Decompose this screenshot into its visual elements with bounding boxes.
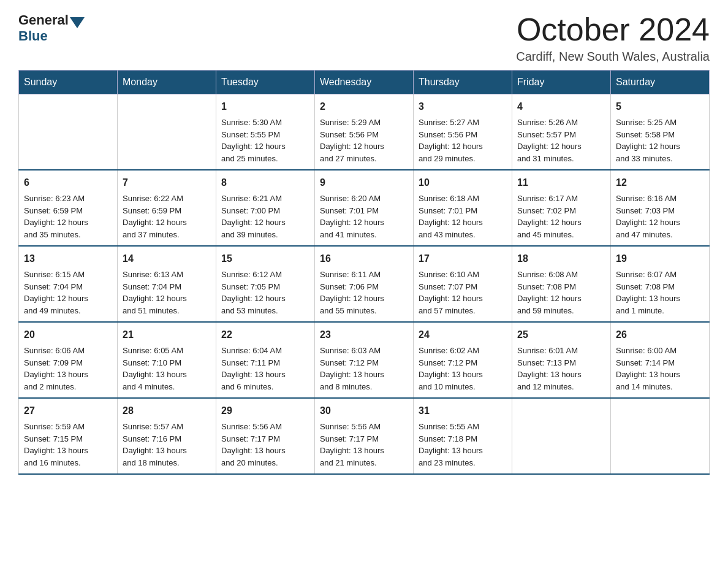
day-of-week-header: Sunday (19, 71, 118, 94)
calendar-day-cell: 7Sunrise: 6:22 AM Sunset: 6:59 PM Daylig… (118, 170, 216, 246)
day-info: Sunrise: 5:27 AM Sunset: 5:56 PM Dayligh… (419, 118, 483, 163)
calendar-day-cell: 6Sunrise: 6:23 AM Sunset: 6:59 PM Daylig… (19, 170, 118, 246)
day-number: 1 (221, 99, 309, 114)
day-number: 5 (616, 99, 704, 114)
day-info: Sunrise: 5:57 AM Sunset: 7:16 PM Dayligh… (123, 422, 187, 467)
calendar-week-row: 27Sunrise: 5:59 AM Sunset: 7:15 PM Dayli… (19, 398, 710, 474)
day-info: Sunrise: 6:11 AM Sunset: 7:06 PM Dayligh… (320, 270, 384, 315)
day-number: 19 (616, 251, 704, 266)
day-number: 23 (320, 327, 408, 342)
day-info: Sunrise: 6:15 AM Sunset: 7:04 PM Dayligh… (24, 270, 88, 315)
day-info: Sunrise: 5:25 AM Sunset: 5:58 PM Dayligh… (616, 118, 680, 163)
day-info: Sunrise: 6:22 AM Sunset: 6:59 PM Dayligh… (123, 194, 187, 239)
day-number: 27 (24, 404, 112, 418)
calendar-day-cell: 30Sunrise: 5:56 AM Sunset: 7:17 PM Dayli… (315, 398, 414, 474)
calendar-day-cell (512, 398, 611, 474)
day-info: Sunrise: 6:05 AM Sunset: 7:10 PM Dayligh… (123, 346, 187, 391)
calendar-day-cell: 2Sunrise: 5:29 AM Sunset: 5:56 PM Daylig… (315, 94, 414, 170)
day-info: Sunrise: 6:08 AM Sunset: 7:08 PM Dayligh… (517, 270, 582, 315)
calendar-day-cell: 1Sunrise: 5:30 AM Sunset: 5:55 PM Daylig… (216, 94, 315, 170)
day-info: Sunrise: 6:21 AM Sunset: 7:00 PM Dayligh… (221, 194, 286, 239)
day-number: 13 (24, 251, 112, 266)
calendar-day-cell: 15Sunrise: 6:12 AM Sunset: 7:05 PM Dayli… (216, 246, 315, 322)
calendar-day-cell: 22Sunrise: 6:04 AM Sunset: 7:11 PM Dayli… (216, 322, 315, 398)
day-info: Sunrise: 5:29 AM Sunset: 5:56 PM Dayligh… (320, 118, 384, 163)
day-number: 9 (320, 175, 408, 190)
calendar-table: SundayMondayTuesdayWednesdayThursdayFrid… (18, 70, 710, 475)
calendar-day-cell: 5Sunrise: 5:25 AM Sunset: 5:58 PM Daylig… (611, 94, 710, 170)
calendar-week-row: 6Sunrise: 6:23 AM Sunset: 6:59 PM Daylig… (19, 170, 710, 246)
calendar-day-cell: 10Sunrise: 6:18 AM Sunset: 7:01 PM Dayli… (414, 170, 512, 246)
day-number: 10 (419, 175, 507, 190)
day-info: Sunrise: 5:56 AM Sunset: 7:17 PM Dayligh… (221, 422, 286, 467)
day-info: Sunrise: 6:23 AM Sunset: 6:59 PM Dayligh… (24, 194, 88, 239)
logo-general-text: General (18, 12, 69, 28)
day-info: Sunrise: 6:20 AM Sunset: 7:01 PM Dayligh… (320, 194, 384, 239)
location-title: Cardiff, New South Wales, Australia (516, 50, 710, 64)
calendar-day-cell: 25Sunrise: 6:01 AM Sunset: 7:13 PM Dayli… (512, 322, 611, 398)
day-number: 17 (419, 251, 507, 266)
day-info: Sunrise: 6:13 AM Sunset: 7:04 PM Dayligh… (123, 270, 187, 315)
day-info: Sunrise: 6:04 AM Sunset: 7:11 PM Dayligh… (221, 346, 286, 391)
day-number: 29 (221, 404, 309, 418)
day-number: 3 (419, 99, 507, 114)
month-title: October 2024 (516, 12, 710, 47)
day-number: 30 (320, 404, 408, 418)
day-number: 28 (123, 404, 211, 418)
day-number: 6 (24, 175, 112, 190)
day-number: 15 (221, 251, 309, 266)
day-number: 11 (517, 175, 605, 190)
day-number: 24 (419, 327, 507, 342)
day-number: 4 (517, 99, 605, 114)
calendar-day-cell: 13Sunrise: 6:15 AM Sunset: 7:04 PM Dayli… (19, 246, 118, 322)
calendar-day-cell: 24Sunrise: 6:02 AM Sunset: 7:12 PM Dayli… (414, 322, 512, 398)
calendar-day-cell: 11Sunrise: 6:17 AM Sunset: 7:02 PM Dayli… (512, 170, 611, 246)
calendar-day-cell: 12Sunrise: 6:16 AM Sunset: 7:03 PM Dayli… (611, 170, 710, 246)
day-number: 18 (517, 251, 605, 266)
logo-blue-text: Blue (18, 28, 85, 44)
calendar-day-cell: 16Sunrise: 6:11 AM Sunset: 7:06 PM Dayli… (315, 246, 414, 322)
calendar-day-cell: 31Sunrise: 5:55 AM Sunset: 7:18 PM Dayli… (414, 398, 512, 474)
day-info: Sunrise: 6:01 AM Sunset: 7:13 PM Dayligh… (517, 346, 582, 391)
calendar-day-cell: 18Sunrise: 6:08 AM Sunset: 7:08 PM Dayli… (512, 246, 611, 322)
day-info: Sunrise: 6:12 AM Sunset: 7:05 PM Dayligh… (221, 270, 286, 315)
day-number: 20 (24, 327, 112, 342)
day-info: Sunrise: 5:56 AM Sunset: 7:17 PM Dayligh… (320, 422, 384, 467)
calendar-day-cell: 9Sunrise: 6:20 AM Sunset: 7:01 PM Daylig… (315, 170, 414, 246)
day-of-week-header: Friday (512, 71, 611, 94)
day-of-week-header: Saturday (611, 71, 710, 94)
day-number: 25 (517, 327, 605, 342)
calendar-day-cell: 3Sunrise: 5:27 AM Sunset: 5:56 PM Daylig… (414, 94, 512, 170)
day-of-week-header: Wednesday (315, 71, 414, 94)
calendar-day-cell: 17Sunrise: 6:10 AM Sunset: 7:07 PM Dayli… (414, 246, 512, 322)
calendar-day-cell (19, 94, 118, 170)
day-number: 16 (320, 251, 408, 266)
day-number: 21 (123, 327, 211, 342)
page-header: General Blue October 2024 Cardiff, New S… (18, 12, 710, 64)
calendar-day-cell (118, 94, 216, 170)
day-of-week-header: Tuesday (216, 71, 315, 94)
calendar-day-cell: 19Sunrise: 6:07 AM Sunset: 7:08 PM Dayli… (611, 246, 710, 322)
day-info: Sunrise: 6:07 AM Sunset: 7:08 PM Dayligh… (616, 270, 680, 315)
days-of-week-row: SundayMondayTuesdayWednesdayThursdayFrid… (19, 71, 710, 94)
calendar-day-cell: 8Sunrise: 6:21 AM Sunset: 7:00 PM Daylig… (216, 170, 315, 246)
day-number: 22 (221, 327, 309, 342)
logo-triangle-icon (70, 17, 85, 28)
day-info: Sunrise: 6:00 AM Sunset: 7:14 PM Dayligh… (616, 346, 680, 391)
day-info: Sunrise: 6:16 AM Sunset: 7:03 PM Dayligh… (616, 194, 680, 239)
day-info: Sunrise: 5:55 AM Sunset: 7:18 PM Dayligh… (419, 422, 483, 467)
calendar-day-cell: 14Sunrise: 6:13 AM Sunset: 7:04 PM Dayli… (118, 246, 216, 322)
calendar-day-cell (611, 398, 710, 474)
calendar-day-cell: 29Sunrise: 5:56 AM Sunset: 7:17 PM Dayli… (216, 398, 315, 474)
day-info: Sunrise: 6:06 AM Sunset: 7:09 PM Dayligh… (24, 346, 88, 391)
day-info: Sunrise: 6:18 AM Sunset: 7:01 PM Dayligh… (419, 194, 483, 239)
calendar-body: 1Sunrise: 5:30 AM Sunset: 5:55 PM Daylig… (19, 94, 710, 475)
title-section: October 2024 Cardiff, New South Wales, A… (516, 12, 710, 64)
logo: General Blue (18, 12, 85, 44)
day-info: Sunrise: 6:17 AM Sunset: 7:02 PM Dayligh… (517, 194, 582, 239)
calendar-day-cell: 21Sunrise: 6:05 AM Sunset: 7:10 PM Dayli… (118, 322, 216, 398)
calendar-day-cell: 4Sunrise: 5:26 AM Sunset: 5:57 PM Daylig… (512, 94, 611, 170)
day-of-week-header: Thursday (414, 71, 512, 94)
day-number: 8 (221, 175, 309, 190)
day-of-week-header: Monday (118, 71, 216, 94)
